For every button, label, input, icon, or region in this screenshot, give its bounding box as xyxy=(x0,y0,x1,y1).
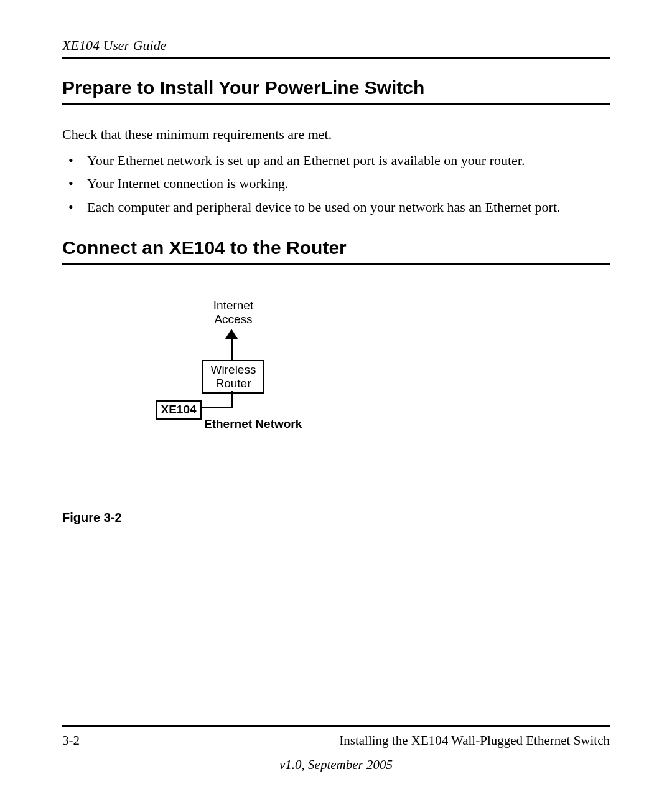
page-footer: 3-2 Installing the XE104 Wall-Plugged Et… xyxy=(62,725,610,773)
running-header: XE104 User Guide xyxy=(62,37,610,54)
section-title-prepare: Prepare to Install Your PowerLine Switch xyxy=(62,77,610,98)
xe104-box: XE104 xyxy=(156,400,202,420)
diagram-text: Access xyxy=(214,313,252,326)
figure-caption: Figure 3-2 xyxy=(62,511,610,525)
diagram-text: Wireless xyxy=(211,363,256,376)
page: XE104 User Guide Prepare to Install Your… xyxy=(0,0,672,807)
diagram-text: Router xyxy=(215,377,251,390)
page-number: 3-2 xyxy=(62,733,80,748)
list-item: Your Internet connection is working. xyxy=(68,172,610,195)
section-rule xyxy=(62,103,610,105)
footer-version: v1.0, September 2005 xyxy=(62,757,610,773)
section-title-connect: Connect an XE104 to the Router xyxy=(62,237,610,258)
ethernet-network-label: Ethernet Network xyxy=(204,417,302,431)
connector-line xyxy=(231,391,233,408)
diagram-text: Internet xyxy=(213,299,253,312)
chapter-title: Installing the XE104 Wall-Plugged Ethern… xyxy=(339,733,610,748)
section-rule xyxy=(62,263,610,265)
wireless-router-box: Wireless Router xyxy=(202,360,264,394)
footer-rule xyxy=(62,725,610,727)
network-diagram: Internet Access Wireless Router XE104 Et… xyxy=(149,299,348,442)
header-rule xyxy=(62,57,610,59)
requirements-list: Your Ethernet network is set up and an E… xyxy=(68,149,610,219)
connector-line xyxy=(200,407,233,408)
list-item: Each computer and peripheral device to b… xyxy=(68,196,610,219)
intro-text: Check that these minimum requirements ar… xyxy=(62,126,610,143)
internet-access-label: Internet Access xyxy=(196,299,271,326)
footer-line: 3-2 Installing the XE104 Wall-Plugged Et… xyxy=(62,733,610,748)
list-item: Your Ethernet network is set up and an E… xyxy=(68,149,610,172)
